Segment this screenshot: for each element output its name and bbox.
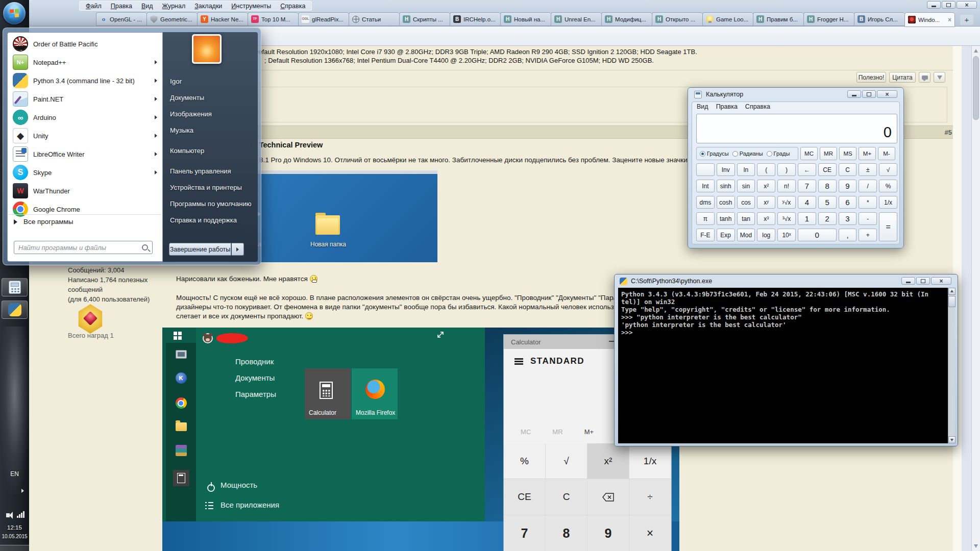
calculator-button[interactable]: ³√x xyxy=(777,212,796,225)
all-programs-button[interactable]: Все программы xyxy=(9,214,161,229)
calculator-button[interactable]: + xyxy=(859,229,877,241)
taskbar-calculator-button[interactable] xyxy=(2,278,28,296)
language-indicator[interactable]: EN xyxy=(0,470,29,478)
start-menu-item-user[interactable]: Igor xyxy=(170,73,255,89)
start-menu-program[interactable]: Arduino xyxy=(9,108,161,127)
calculator-button[interactable]: ) xyxy=(777,163,796,176)
calculator-button[interactable]: π xyxy=(696,212,715,225)
browser-tab[interactable]: HОткрыто ... xyxy=(652,12,702,26)
browser-tab[interactable]: TFTop 10 M... xyxy=(248,12,298,26)
browser-tab[interactable]: BИгорь Сл... xyxy=(854,12,904,26)
calculator-button[interactable]: 4 xyxy=(798,196,816,209)
calculator-button[interactable]: F-E xyxy=(696,229,715,241)
start-search-box[interactable] xyxy=(14,241,153,254)
new-tab-button[interactable]: + xyxy=(960,15,973,25)
comment-button[interactable] xyxy=(919,72,930,83)
minimize-button[interactable] xyxy=(847,90,861,98)
start-menu-program[interactable]: LibreOffice Writer xyxy=(9,145,161,163)
calculator-button[interactable]: ln xyxy=(737,163,755,176)
maximize-button[interactable] xyxy=(916,277,930,285)
tab-close-icon[interactable]: × xyxy=(948,16,951,23)
start-menu-item[interactable]: Музыка xyxy=(170,122,255,138)
calculator-button[interactable]: 6 xyxy=(839,196,857,209)
download-post-button[interactable] xyxy=(934,72,945,83)
start-menu-item[interactable]: Справка и поддержка xyxy=(170,212,255,228)
calculator-button[interactable]: CE xyxy=(818,163,837,176)
start-menu-program[interactable]: WarThunder xyxy=(9,182,161,200)
start-menu-program[interactable]: Skype xyxy=(9,163,161,182)
calculator-button[interactable]: 9 xyxy=(839,180,857,192)
calculator-button[interactable]: % xyxy=(879,180,897,192)
browser-tab[interactable]: HСкрипты ... xyxy=(399,12,450,26)
memory-button[interactable]: MR xyxy=(820,147,837,160)
calculator-button[interactable]: ( xyxy=(757,163,775,176)
start-menu-item[interactable]: Панель управления xyxy=(170,163,255,179)
calculator-button[interactable]: ʸ√x xyxy=(777,196,796,209)
calculator-button[interactable]: 0 xyxy=(798,229,837,241)
angle-mode-radio[interactable]: Градусы xyxy=(700,151,729,157)
calculator-button[interactable]: ± xyxy=(859,163,877,176)
menubar-item[interactable]: Закладки xyxy=(194,3,222,10)
close-button[interactable]: × xyxy=(931,277,951,285)
scroll-up-icon[interactable] xyxy=(974,49,978,53)
browser-tab[interactable]: BIRCHelp.o... xyxy=(450,12,500,26)
angle-mode-radio[interactable]: Грады xyxy=(767,151,790,157)
start-menu-program[interactable]: Paint.NET xyxy=(9,90,161,108)
calculator-button[interactable]: xʸ xyxy=(757,196,775,209)
date[interactable]: 10.05.2015 xyxy=(0,534,29,539)
calculator-button[interactable]: dms xyxy=(696,196,715,209)
calculator-button[interactable]: √ xyxy=(879,163,897,176)
calculator-button[interactable]: log xyxy=(757,229,775,241)
calculator-menu-item[interactable]: Справка xyxy=(745,103,770,110)
calculator-button[interactable]: - xyxy=(859,212,877,225)
browser-tab[interactable]: Game Loo... xyxy=(702,12,753,26)
browser-tab[interactable]: HМодифиц... xyxy=(601,12,652,26)
browser-tab[interactable]: HFrogger H... xyxy=(803,12,854,26)
browser-tab[interactable]: HUnreal En... xyxy=(551,12,601,26)
memory-button[interactable]: MS xyxy=(839,147,856,160)
calculator-button[interactable]: 7 xyxy=(798,180,816,192)
start-menu-program[interactable]: Python 3.4 (command line - 32 bit) xyxy=(9,71,161,90)
calculator-button[interactable] xyxy=(696,163,715,176)
calculator-button[interactable]: 10ˣ xyxy=(777,229,796,241)
scroll-thumb[interactable] xyxy=(948,296,955,307)
browser-tab[interactable]: HПравим б... xyxy=(753,12,803,26)
calculator-button[interactable]: x² xyxy=(757,180,775,192)
start-menu-item[interactable]: Документы xyxy=(170,89,255,106)
start-button[interactable] xyxy=(3,2,26,24)
start-menu-program[interactable]: Unity xyxy=(9,127,161,145)
calculator-button[interactable]: Exp xyxy=(717,229,735,241)
maximize-button[interactable] xyxy=(942,1,955,9)
calculator-button[interactable]: C xyxy=(839,163,857,176)
taskbar-python-button[interactable] xyxy=(2,300,28,319)
show-desktop-button[interactable] xyxy=(0,545,29,551)
browser-tab[interactable]: YHacker Ne... xyxy=(197,12,248,26)
start-search-input[interactable] xyxy=(18,244,139,252)
calculator-button[interactable]: sin xyxy=(737,180,755,192)
calculator-button[interactable]: tanh xyxy=(717,212,735,225)
calculator-button[interactable]: Mod xyxy=(737,229,755,241)
clock[interactable]: 12:15 xyxy=(0,524,29,531)
memory-button[interactable]: MC xyxy=(800,147,818,160)
calculator-button[interactable]: / xyxy=(859,180,877,192)
calculator-button[interactable]: n! xyxy=(777,180,796,192)
browser-tab[interactable]: Geometric... xyxy=(146,12,197,26)
calculator-button[interactable]: tan xyxy=(737,212,755,225)
scroll-up-icon[interactable] xyxy=(948,288,955,295)
scroll-thumb[interactable] xyxy=(973,56,979,120)
hidden-icons-arrow[interactable] xyxy=(21,489,24,493)
close-button[interactable]: × xyxy=(957,1,977,9)
calculator-button[interactable]: Inv xyxy=(717,163,735,176)
page-scrollbar[interactable] xyxy=(971,46,980,551)
start-menu-item[interactable]: Устройства и принтеры xyxy=(170,179,255,195)
calculator-button[interactable]: x³ xyxy=(757,212,775,225)
calculator-button[interactable]: 1/x xyxy=(879,196,897,209)
useful-button[interactable]: Полезно! xyxy=(856,72,886,83)
quote-button[interactable]: Цитата xyxy=(889,72,916,83)
calculator-button[interactable]: 1 xyxy=(798,212,816,225)
calculator-menu-item[interactable]: Правка xyxy=(716,103,738,110)
calculator-button[interactable]: Int xyxy=(696,180,715,192)
user-avatar[interactable] xyxy=(192,34,222,64)
start-menu-program[interactable]: Order of Battle Pacific xyxy=(9,35,161,53)
calculator-button[interactable]: cosh xyxy=(717,196,735,209)
